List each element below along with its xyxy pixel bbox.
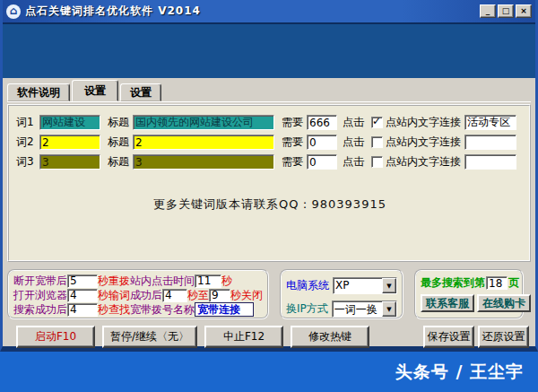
- options-area: 断开宽带后 秒重拨 站内点击时间 秒 打开浏览器 秒输词: [7, 269, 531, 319]
- word1-input[interactable]: [39, 115, 100, 130]
- dial-name-input[interactable]: [195, 302, 254, 317]
- tab-settings-2[interactable]: 设置: [120, 83, 161, 101]
- word3-label: 词3: [16, 154, 39, 170]
- success-mid-label: 秒至: [187, 288, 209, 303]
- system-panel: 电脑系统 XP ▼ 换IP方式 一词一换 ▼: [280, 269, 404, 319]
- word2-input[interactable]: [39, 135, 100, 150]
- ip-mode-label: 换IP方式: [286, 301, 328, 317]
- site-link-label-3: 点站内文字连接: [386, 154, 461, 170]
- os-select-value: XP: [334, 278, 382, 293]
- click3-label: 点击: [343, 154, 366, 170]
- search-label: 搜索成功后: [13, 302, 67, 318]
- site-link-label-1: 点站内文字连接: [386, 115, 461, 130]
- save-settings-button[interactable]: 保存设置: [423, 326, 474, 348]
- search-limit-panel: 最多搜索到第 页 联系客服 在线购卡: [414, 269, 524, 319]
- site-link-checkbox-2[interactable]: ✓: [371, 136, 383, 148]
- need2-label: 需要: [282, 135, 307, 150]
- site-link-label-2: 点站内文字连接: [386, 135, 461, 150]
- window-title: 点石关键词排名优化软件 V2014: [25, 4, 475, 19]
- site-link-checkbox-3[interactable]: ✓: [371, 156, 383, 168]
- ip-mode-select[interactable]: 一词一换 ▼: [332, 301, 397, 318]
- tab-software-info[interactable]: 软件说明: [7, 83, 70, 101]
- title1-label: 标题: [108, 115, 133, 130]
- title3-input[interactable]: [133, 154, 274, 170]
- site-link-input-2[interactable]: [464, 135, 516, 150]
- close-button[interactable]: ×: [516, 4, 532, 18]
- contact-support-button[interactable]: 联系客服: [421, 294, 474, 312]
- disconnect-seconds-input[interactable]: [67, 274, 98, 288]
- click2-label: 点击: [343, 135, 366, 150]
- keyword-panel: 词1 标题 需要 点击 ✓ 点站内文字连接 词2 标题 需要: [7, 104, 531, 262]
- need1-label: 需要: [282, 115, 307, 130]
- site-link-checkbox-1[interactable]: ✓: [371, 117, 383, 128]
- site-link-input-1[interactable]: [464, 115, 516, 130]
- keyword-row-3: 词3 标题 需要 点击 ✓ 点站内文字连接: [16, 154, 524, 170]
- start-f10-button[interactable]: 启动F10: [16, 326, 95, 348]
- word2-label: 词2: [16, 135, 39, 150]
- search-suffix: 秒查找: [98, 302, 130, 318]
- action-bar: 启动F10 暂停/继续〈无〉 中止F12 修改热键 保存设置 还原设置: [7, 326, 531, 348]
- disconnect-suffix: 秒重拨: [98, 274, 130, 289]
- title3-label: 标题: [108, 154, 133, 170]
- desktop-background: ⌂ 点石关键词排名优化软件 V2014 _ □ × 软件说明 设置 设置 词1: [0, 0, 538, 392]
- tab-bar: 软件说明 设置 设置: [7, 78, 531, 102]
- tab-settings[interactable]: 设置: [72, 80, 118, 101]
- max-page-suffix: 页: [508, 275, 519, 291]
- window-body: 软件说明 设置 设置 词1 标题 需要 点击 ✓ 点站内文字连接: [3, 78, 535, 348]
- keyword-row-1: 词1 标题 需要 点击 ✓ 点站内文字连接: [16, 115, 524, 130]
- max-page-label: 最多搜索到第: [421, 275, 485, 291]
- title2-label: 标题: [108, 135, 133, 150]
- chevron-down-icon[interactable]: ▼: [382, 301, 396, 317]
- app-icon: ⌂: [6, 4, 21, 19]
- modify-hotkey-button[interactable]: 修改热键: [291, 326, 369, 348]
- success-seconds-input[interactable]: [162, 289, 187, 302]
- success-suffix: 秒关闭: [230, 288, 263, 303]
- site-click-seconds-input[interactable]: [195, 274, 221, 288]
- os-label: 电脑系统: [286, 278, 329, 293]
- watermark-text: 头条号 / 王尘宇: [395, 361, 524, 384]
- keyword-row-2: 词2 标题 需要 点击 ✓ 点站内文字连接: [16, 135, 524, 150]
- click1-label: 点击: [343, 115, 366, 130]
- max-page-input[interactable]: [486, 276, 508, 290]
- maximize-button[interactable]: □: [498, 4, 514, 18]
- search-seconds-input[interactable]: [67, 303, 98, 317]
- site-click-label: 站内点击时间: [130, 274, 195, 289]
- success-seconds2-input[interactable]: [209, 289, 230, 302]
- browser-seconds-input[interactable]: [67, 289, 98, 302]
- pause-continue-button[interactable]: 暂停/继续〈无〉: [102, 326, 197, 348]
- title2-input[interactable]: [133, 135, 274, 150]
- qq-contact-notice: 更多关键词版本请联系QQ：980393915: [16, 196, 524, 213]
- timing-panel: 断开宽带后 秒重拨 站内点击时间 秒 打开浏览器 秒输词: [7, 269, 269, 319]
- app-window: ⌂ 点石关键词排名优化软件 V2014 _ □ × 软件说明 设置 设置 词1: [0, 0, 538, 352]
- minimize-button[interactable]: _: [480, 4, 496, 18]
- titlebar[interactable]: ⌂ 点石关键词排名优化软件 V2014 _ □ ×: [3, 0, 535, 22]
- disconnect-label: 断开宽带后: [13, 274, 67, 289]
- chevron-down-icon[interactable]: ▼: [382, 278, 396, 293]
- browser-suffix: 秒输词: [98, 288, 130, 303]
- restore-settings-button[interactable]: 还原设置: [478, 326, 529, 348]
- need3-label: 需要: [282, 154, 307, 170]
- title1-input[interactable]: [133, 115, 274, 130]
- need3-input[interactable]: [307, 154, 337, 170]
- stop-f12-button[interactable]: 中止F12: [204, 326, 283, 348]
- site-link-input-3[interactable]: [464, 154, 516, 170]
- success-label: 成功后: [130, 288, 162, 303]
- os-select[interactable]: XP ▼: [333, 277, 397, 294]
- dial-name-label: 宽带拨号名称: [130, 302, 195, 318]
- browser-label: 打开浏览器: [13, 288, 67, 303]
- site-click-suffix: 秒: [221, 274, 232, 289]
- word3-input[interactable]: [39, 154, 100, 170]
- need1-input[interactable]: [307, 115, 337, 130]
- banner-area: [3, 22, 535, 78]
- ip-mode-select-value: 一词一换: [333, 301, 382, 317]
- word1-label: 词1: [16, 115, 39, 130]
- buy-card-button[interactable]: 在线购卡: [477, 294, 531, 312]
- check-icon: ✓: [372, 116, 381, 127]
- need2-input[interactable]: [307, 135, 337, 150]
